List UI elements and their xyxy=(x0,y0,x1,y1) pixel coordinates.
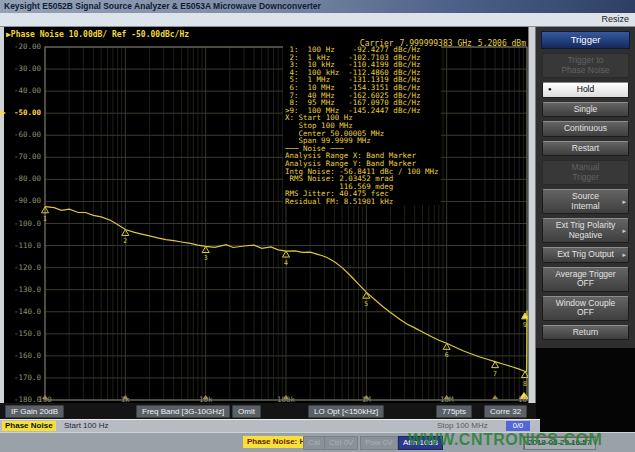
submenu-arrow-icon: ▸ xyxy=(622,197,626,207)
selected-bullet-icon: ● xyxy=(548,85,552,95)
softkey-label: Trigger xyxy=(547,173,624,183)
freq-band-chip[interactable]: Freq Band [3G-10GHz] xyxy=(136,405,230,418)
y-tick-label: -60.00 xyxy=(4,131,41,139)
softkey-label: Restart xyxy=(572,143,599,153)
y-tick-label: -100.0 xyxy=(4,220,41,228)
y-tick-label: -70.00 xyxy=(4,153,41,161)
if-gain-chip[interactable]: IF Gain 20dB xyxy=(5,405,64,418)
softkey-label: Ext Trig Output xyxy=(557,249,614,259)
softkey-ext-trig-polarity-negative[interactable]: Ext Trig PolarityNegative▸ xyxy=(542,218,629,243)
softkey-ext-trig-output[interactable]: Ext Trig Output▸ xyxy=(542,247,629,263)
marker-7-label: 7 xyxy=(493,370,497,378)
softkey-label: Negative xyxy=(547,231,624,241)
app-window: Keysight E5052B Signal Source Analyzer &… xyxy=(0,0,635,452)
menu-bar: Resize xyxy=(0,13,635,27)
sweep-range-bar: Phase Noise Start 100 Hz Stop 100 MHz 0/… xyxy=(0,419,540,432)
softkey-label: Trigger to xyxy=(567,55,603,65)
y-tick-label: -160.0 xyxy=(4,352,41,360)
softkey-label: Manual xyxy=(572,162,600,172)
start-frequency-label: Start 100 Hz xyxy=(64,421,108,430)
phase-noise-graph: ▶Phase Noise 10.00dB/ Ref -50.00dBc/Hz C… xyxy=(4,27,528,403)
ctrl-voltage-indicator: Ctrl 0V xyxy=(324,436,358,450)
power-voltage-indicator: Pow 0V xyxy=(360,436,398,450)
measurement-settings-bar: IF Gain 20dB Freq Band [3G-10GHz] Omit L… xyxy=(0,403,536,419)
submenu-arrow-icon: ▸ xyxy=(622,226,626,236)
readout-line: Residual FM: 8.51901 kHz xyxy=(285,198,439,206)
points-chip[interactable]: 775pts xyxy=(436,405,472,418)
softkey-label: Return xyxy=(573,327,599,337)
softkey-label: Ext Trig Polarity xyxy=(556,220,616,230)
marker-1-label: 1 xyxy=(43,215,47,223)
lo-opt-chip[interactable]: LO Opt [<150kHz] xyxy=(308,405,384,418)
marker-3-label: 3 xyxy=(204,254,208,262)
softkey-label: Average Trigger xyxy=(555,269,615,279)
softkey-label: Internal xyxy=(547,202,624,212)
softkey-menu-panel: Trigger Trigger toPhase NoiseHold●Single… xyxy=(536,27,635,348)
attenuator-indicator: Attn 10dB xyxy=(398,436,443,450)
y-tick-label: -110.0 xyxy=(4,242,41,250)
softkey-trigger-to-phase-noise: Trigger toPhase Noise xyxy=(542,53,629,78)
y-tick-label: -30.00 xyxy=(4,65,41,73)
y-tick-label: -140.0 xyxy=(4,308,41,316)
y-tick-label: -50.00 xyxy=(4,109,41,117)
softkey-label: Phase Noise xyxy=(547,66,624,76)
softkey-buttons: Trigger toPhase NoiseHold●SingleContinuo… xyxy=(536,53,635,340)
marker-6-label: 6 xyxy=(445,351,449,359)
instrument-status-bar: Phase Noise: Hold Cal Ctrl 0V Pow 0V Att… xyxy=(0,432,635,452)
softkey-label: OFF xyxy=(547,308,624,318)
datetime-display: 2018-06-29 16:57 xyxy=(523,436,596,450)
resize-menu-item[interactable]: Resize xyxy=(601,14,629,24)
y-tick-label: -20.00 xyxy=(4,43,41,51)
phase-noise-plot: 123456789 xyxy=(4,27,528,403)
softkey-menu: Trigger Trigger toPhase NoiseHold●Single… xyxy=(536,27,635,432)
correlation-chip[interactable]: Corre 32 xyxy=(484,405,527,418)
softkey-window-couple-off[interactable]: Window CoupleOFF xyxy=(542,296,629,321)
softkey-source-internal[interactable]: SourceInternal▸ xyxy=(542,189,629,214)
softkey-label: Single xyxy=(574,104,598,114)
softkey-label: OFF xyxy=(547,279,624,289)
y-tick-label: -150.0 xyxy=(4,330,41,338)
omit-chip[interactable]: Omit xyxy=(232,405,261,418)
softkey-continuous[interactable]: Continuous xyxy=(542,121,629,137)
softkey-single[interactable]: Single xyxy=(542,102,629,118)
ref-level-arrow-icon xyxy=(0,110,6,116)
softkey-manual-trigger: ManualTrigger xyxy=(542,160,629,185)
phase-noise-mode-chip[interactable]: Phase Noise xyxy=(2,421,56,431)
softkey-hold[interactable]: Hold● xyxy=(542,82,629,98)
y-tick-label: -90.00 xyxy=(4,197,41,205)
y-tick-label: -130.0 xyxy=(4,286,41,294)
marker-axis-icon xyxy=(492,395,498,399)
submenu-arrow-icon: ▸ xyxy=(622,250,626,260)
average-counter-chip: 0/0 xyxy=(506,421,530,431)
y-tick-label: -40.00 xyxy=(4,87,41,95)
marker-5-label: 5 xyxy=(364,300,368,308)
window-titlebar[interactable]: Keysight E5052B Signal Source Analyzer &… xyxy=(0,0,635,13)
softkey-restart[interactable]: Restart xyxy=(542,141,629,157)
softkey-label: Source xyxy=(572,191,599,201)
softkey-label: Hold xyxy=(577,84,594,94)
softkey-return[interactable]: Return xyxy=(542,325,629,341)
window-title: Keysight E5052B Signal Source Analyzer &… xyxy=(4,1,321,11)
y-tick-label: -170.0 xyxy=(4,374,41,382)
y-tick-label: -80.00 xyxy=(4,175,41,183)
y-tick-label: -120.0 xyxy=(4,264,41,272)
marker-4-label: 4 xyxy=(284,259,288,267)
marker-2-label: 2 xyxy=(123,237,127,245)
stop-frequency-label: Stop 100 MHz xyxy=(437,421,488,430)
cal-indicator: Cal xyxy=(303,436,325,450)
marker-9-label: 9 xyxy=(523,321,527,329)
softkey-label: Continuous xyxy=(564,123,607,133)
softkey-label: Window Couple xyxy=(556,298,616,308)
marker-readout-panel: 1: 100 Hz -92.4277 dBc/Hz 2: 1 kHz -102.… xyxy=(283,46,441,205)
marker-8-label: 8 xyxy=(523,380,527,388)
graph-sidebar-divider[interactable] xyxy=(528,27,536,403)
softkey-average-trigger-off[interactable]: Average TriggerOFF xyxy=(542,267,629,292)
menu-title: Trigger xyxy=(541,31,630,49)
